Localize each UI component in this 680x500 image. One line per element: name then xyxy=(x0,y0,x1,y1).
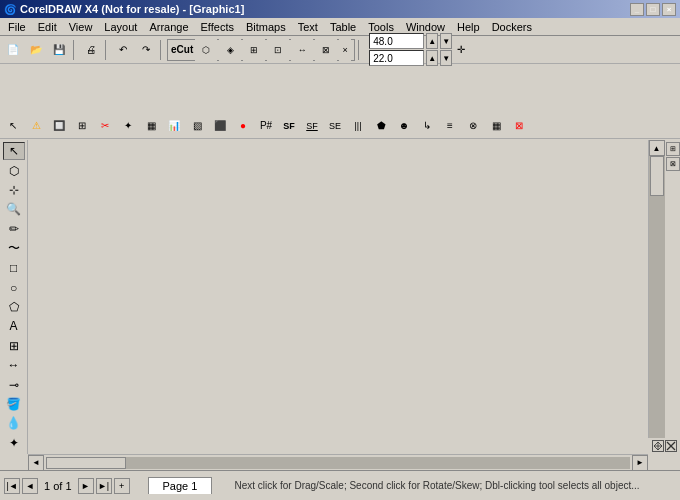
tool-t3[interactable]: ✂ xyxy=(94,115,116,137)
new-button[interactable]: 📄 xyxy=(2,39,24,61)
tool-fill[interactable]: 🪣 xyxy=(3,395,25,413)
tool-crop[interactable]: ⊹ xyxy=(3,181,25,199)
tool-t8[interactable]: ⬛ xyxy=(209,115,231,137)
tool-warn[interactable]: ⚠ xyxy=(25,115,47,137)
tool-zoom[interactable]: 🔍 xyxy=(3,200,25,218)
scroll-right-btn[interactable]: ► xyxy=(632,455,648,471)
menu-edit[interactable]: Edit xyxy=(32,20,63,34)
maximize-button[interactable]: □ xyxy=(646,3,660,16)
tool-t18[interactable]: ≡ xyxy=(439,115,461,137)
minimize-button[interactable]: _ xyxy=(630,3,644,16)
width-down[interactable]: ▼ xyxy=(440,33,452,49)
close-button[interactable]: × xyxy=(662,3,676,16)
tool-select[interactable]: ↖ xyxy=(2,115,24,137)
scroll-up-btn[interactable]: ▲ xyxy=(649,140,665,156)
undo-button[interactable]: ↶ xyxy=(112,39,134,61)
menu-help[interactable]: Help xyxy=(451,20,486,34)
hscroll-thumb[interactable] xyxy=(46,457,126,469)
tool-connector[interactable]: ⊸ xyxy=(3,375,25,393)
tool-t1[interactable]: 🔲 xyxy=(48,115,70,137)
tool-t10[interactable]: P# xyxy=(255,115,277,137)
tool-t17[interactable]: ↳ xyxy=(416,115,438,137)
tool-t13[interactable]: SE xyxy=(324,115,346,137)
scroll-track-v[interactable] xyxy=(649,156,665,438)
menu-tools[interactable]: Tools xyxy=(362,20,400,34)
menu-window[interactable]: Window xyxy=(400,20,451,34)
rp-btn1[interactable]: ⊞ xyxy=(666,142,680,156)
tool-t14[interactable]: ||| xyxy=(347,115,369,137)
menu-layout[interactable]: Layout xyxy=(98,20,143,34)
open-button[interactable]: 📂 xyxy=(25,39,47,61)
tool-polygon[interactable]: ⬠ xyxy=(3,298,25,316)
status-message: Next click for Drag/Scale; Second click … xyxy=(234,480,639,491)
menu-view[interactable]: View xyxy=(63,20,99,34)
ecut-btn3[interactable]: ⊞ xyxy=(243,39,265,61)
tool-t9[interactable]: ● xyxy=(232,115,254,137)
save-button[interactable]: 💾 xyxy=(48,39,70,61)
redo-button[interactable]: ↷ xyxy=(135,39,157,61)
page-prev-btn[interactable]: ◄ xyxy=(22,478,38,494)
ecut-btn4[interactable]: ⊡ xyxy=(267,39,289,61)
tool-t2[interactable]: ⊞ xyxy=(71,115,93,137)
ecut-close-btn[interactable]: × xyxy=(339,39,351,61)
tool-t12[interactable]: SF xyxy=(301,115,323,137)
tool-t16[interactable]: ☻ xyxy=(393,115,415,137)
page-last-btn[interactable]: ►| xyxy=(96,478,112,494)
menu-dockers[interactable]: Dockers xyxy=(486,20,538,34)
menu-bitmaps[interactable]: Bitmaps xyxy=(240,20,292,34)
tool-shape[interactable]: ⬡ xyxy=(3,161,25,179)
title-bar-buttons: _ □ × xyxy=(630,3,676,16)
tool-dim[interactable]: ↔ xyxy=(3,356,25,374)
page-first-btn[interactable]: |◄ xyxy=(4,478,20,494)
menu-table[interactable]: Table xyxy=(324,20,362,34)
tool-rect[interactable]: □ xyxy=(3,259,25,277)
tool-smart[interactable]: 〜 xyxy=(3,239,25,258)
page-add-btn[interactable]: + xyxy=(114,478,130,494)
tool-t15[interactable]: ⬟ xyxy=(370,115,392,137)
tool-t21[interactable]: ⊠ xyxy=(508,115,530,137)
hscroll-track[interactable] xyxy=(46,457,630,469)
separator-1 xyxy=(73,40,77,60)
scroll-thumb-v[interactable] xyxy=(650,156,664,196)
separator-2 xyxy=(105,40,109,60)
toolbar-row-1: 📄 📂 💾 🖨 ↶ ↷ eCut ⬡ ◈ ⊞ ⊡ ↔ ⊠ × ▲ ▼ ▲ ▼ ✛ xyxy=(0,36,680,64)
tool-text[interactable]: A xyxy=(3,317,25,335)
width-up[interactable]: ▲ xyxy=(426,33,438,49)
width-input[interactable] xyxy=(369,33,424,49)
ecut-btn2[interactable]: ◈ xyxy=(219,39,241,61)
tool-t4[interactable]: ✦ xyxy=(117,115,139,137)
tool-t19[interactable]: ⊗ xyxy=(462,115,484,137)
right-scrollbar: ▲ ▼ xyxy=(648,140,664,454)
print-button[interactable]: 🖨 xyxy=(80,39,102,61)
tool-t7[interactable]: ▧ xyxy=(186,115,208,137)
scroll-left-btn[interactable]: ◄ xyxy=(28,455,44,471)
tool-freehand[interactable]: ✏ xyxy=(3,220,25,238)
page-next-btn[interactable]: ► xyxy=(78,478,94,494)
tool-t6[interactable]: 📊 xyxy=(163,115,185,137)
tool-t11[interactable]: SF xyxy=(278,115,300,137)
menu-arrange[interactable]: Arrange xyxy=(143,20,194,34)
ecut-btn5[interactable]: ↔ xyxy=(291,39,313,61)
tool-arrow[interactable]: ↖ xyxy=(3,142,25,160)
menu-text[interactable]: Text xyxy=(292,20,324,34)
ecut-btn1[interactable]: ⬡ xyxy=(195,39,217,61)
ecut-label: eCut xyxy=(171,44,193,55)
rp-btn2[interactable]: ⊠ xyxy=(666,157,680,171)
tool-t5[interactable]: ▦ xyxy=(140,115,162,137)
height-row: ▲ ▼ xyxy=(369,50,452,66)
tool-t20[interactable]: ▦ xyxy=(485,115,507,137)
height-input[interactable] xyxy=(369,50,424,66)
height-down[interactable]: ▼ xyxy=(440,50,452,66)
tool-table[interactable]: ⊞ xyxy=(3,337,25,355)
menu-effects[interactable]: Effects xyxy=(195,20,240,34)
ecut-btn6[interactable]: ⊠ xyxy=(315,39,337,61)
menu-file[interactable]: File xyxy=(2,20,32,34)
width-row: ▲ ▼ xyxy=(369,33,452,49)
tool-eyedrop[interactable]: 💧 xyxy=(3,414,25,432)
tool-ellipse[interactable]: ○ xyxy=(3,278,25,296)
left-toolbox: ↖ ⬡ ⊹ 🔍 ✏ 〜 □ ○ ⬠ A ⊞ ↔ ⊸ 🪣 💧 ✦ xyxy=(0,140,28,454)
tool-outline[interactable]: ✦ xyxy=(3,434,25,452)
page-tab[interactable]: Page 1 xyxy=(148,477,213,494)
height-up[interactable]: ▲ xyxy=(426,50,438,66)
bottom-scrollbar: ◄ ► xyxy=(28,454,648,470)
